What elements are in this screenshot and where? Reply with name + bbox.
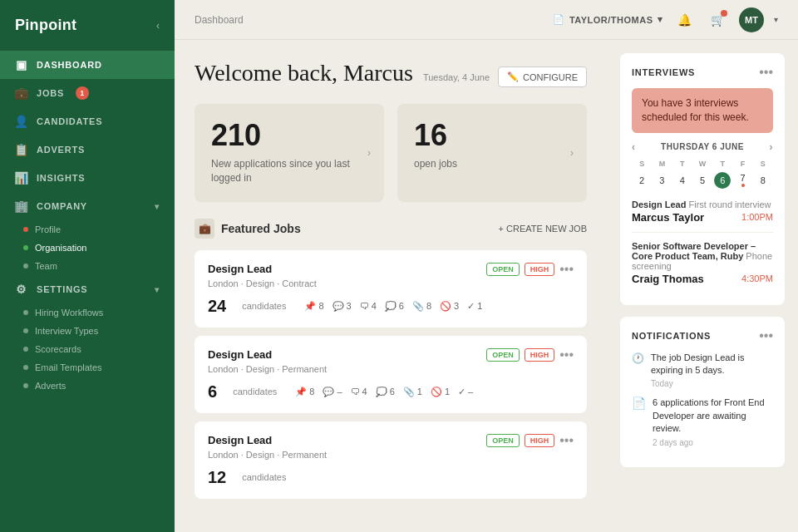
sidebar-settings-interview-types[interactable]: Interview Types xyxy=(0,322,175,340)
interviews-more-icon[interactable]: ••• xyxy=(759,65,773,80)
interview-item-1: Senior Software Developer – Core Product… xyxy=(632,241,773,293)
interview-type-0: First round interview xyxy=(688,200,771,209)
insights-nav-icon: 📊 xyxy=(15,171,28,185)
interviews-title: INTERVIEWS xyxy=(632,67,695,77)
interview-time-0: 1:00PM xyxy=(741,212,773,222)
cal-day[interactable]: 8 xyxy=(753,170,773,191)
notification-item-0: 🕐 The job Design Lead is expiring in 5 d… xyxy=(632,352,773,389)
job-card-1: Design Lead OPEN HIGH ••• London · Desig… xyxy=(195,336,587,413)
cart-button[interactable]: 🛒 xyxy=(706,8,729,32)
job-stat-1-5: 🚫 1 xyxy=(431,387,450,397)
sidebar-settings-email-templates[interactable]: Email Templates xyxy=(0,358,175,377)
interviews-header: INTERVIEWS ••• xyxy=(632,65,773,80)
stat-card-applications[interactable]: 210 New applications since you last logg… xyxy=(195,104,384,202)
notif-time-1: 2 days ago xyxy=(653,438,773,447)
create-job-label: + CREATE NEW JOB xyxy=(499,224,587,234)
cal-day-header: T xyxy=(672,158,692,170)
job-stat-value-4: 8 xyxy=(426,301,431,311)
org-label: TAYLOR/THOMAS xyxy=(569,15,653,25)
sidebar-sub-organisation[interactable]: Organisation xyxy=(0,239,175,257)
sidebar-settings-scorecards[interactable]: Scorecards xyxy=(0,340,175,358)
notif-text-0: The job Design Lead is expiring in 5 day… xyxy=(651,352,773,377)
cal-day-header: M xyxy=(652,158,672,170)
cal-day[interactable]: 5 xyxy=(692,170,712,191)
settings-collapse-icon: ▾ xyxy=(155,285,160,294)
notifications-more-icon[interactable]: ••• xyxy=(759,328,773,343)
job-stat-value-1: 3 xyxy=(347,301,352,311)
calendar-nav: ‹ THURSDAY 6 JUNE › xyxy=(632,141,773,153)
right-sidebar: INTERVIEWS ••• You have 3 interviews sch… xyxy=(607,40,798,532)
cal-event-dot xyxy=(741,184,745,187)
job-more-button-0[interactable]: ••• xyxy=(559,262,574,277)
job-stat-value-1: – xyxy=(337,387,342,397)
settings-sub-label: Email Templates xyxy=(35,362,102,372)
cal-day[interactable]: 4 xyxy=(672,170,692,191)
sidebar-collapse-icon[interactable]: ‹ xyxy=(156,20,160,32)
dashboard-nav-icon: ▣ xyxy=(15,58,28,71)
job-card-header-1: Design Lead OPEN HIGH ••• xyxy=(208,347,574,362)
sidebar-item-insights[interactable]: 📊 Insights xyxy=(0,164,175,192)
job-meta-0: London · Design · Contract xyxy=(208,278,574,288)
job-stat-icon-6: ✓ xyxy=(458,387,466,397)
sidebar-item-jobs[interactable]: 💼 Jobs 1 xyxy=(0,79,175,107)
sidebar-sub-profile[interactable]: Profile xyxy=(0,220,175,239)
create-new-job-button[interactable]: + CREATE NEW JOB xyxy=(499,224,587,234)
candidates-nav-icon: 👤 xyxy=(15,115,28,128)
job-stat-value-5: 1 xyxy=(445,387,450,397)
job-stat-1-2: 🗨 4 xyxy=(351,387,367,397)
sidebar-item-settings[interactable]: ⚙ SETTINGS ▾ xyxy=(0,275,175,303)
job-card-2: Design Lead OPEN HIGH ••• London · Desig… xyxy=(195,421,587,499)
cal-day-header: S xyxy=(632,158,652,170)
job-status-tag-0: OPEN xyxy=(486,263,520,276)
job-stat-0-1: 💬 3 xyxy=(332,301,352,312)
job-stat-value-0: 8 xyxy=(309,387,314,397)
job-stats-0: 📌 8 💬 3 🗨 4 💭 6 📎 8 🚫 3 ✓ 1 xyxy=(304,301,482,312)
avatar-chevron-icon[interactable]: ▾ xyxy=(774,15,778,24)
top-header: Dashboard 📄 TAYLOR/THOMAS ▾ 🔔 🛒 MT ▾ xyxy=(175,0,798,40)
settings-sub-label: Adverts xyxy=(35,381,66,391)
featured-jobs-header: 💼 Featured Jobs + CREATE NEW JOB xyxy=(195,219,587,239)
cal-next-icon[interactable]: › xyxy=(769,141,773,153)
org-chevron-icon: ▾ xyxy=(658,14,663,25)
sidebar-item-candidates[interactable]: 👤 Candidates xyxy=(0,107,175,135)
job-stat-icon-4: 📎 xyxy=(412,301,424,312)
interviews-banner: You have 3 interviews scheduled for this… xyxy=(632,88,773,133)
stats-row: 210 New applications since you last logg… xyxy=(195,104,587,202)
job-stat-1-6: ✓ – xyxy=(458,387,473,397)
stat-applications-number: 210 xyxy=(211,121,367,150)
job-candidates-row-1: 6 candidates 📌 8 💬 – 🗨 4 💭 6 📎 1 🚫 1 ✓ – xyxy=(208,382,574,401)
stat-jobs-label: open jobs xyxy=(414,157,570,171)
settings-dot-icon xyxy=(23,383,28,388)
sidebar-settings-adverts[interactable]: Adverts xyxy=(0,377,175,395)
interview-role-1: Senior Software Developer – Core Product… xyxy=(632,241,773,271)
avatar[interactable]: MT xyxy=(739,7,764,32)
cal-day[interactable]: 2 xyxy=(632,170,652,191)
job-more-button-1[interactable]: ••• xyxy=(559,347,574,362)
stat-card-jobs[interactable]: 16 open jobs › xyxy=(397,104,587,202)
job-stat-icon-2: 🗨 xyxy=(351,387,360,397)
notif-row-1: 📄 6 applications for Front End Developer… xyxy=(632,397,773,446)
settings-nav-icon: ⚙ xyxy=(15,283,28,296)
org-selector[interactable]: 📄 TAYLOR/THOMAS ▾ xyxy=(553,14,663,25)
job-stat-icon-0: 📌 xyxy=(304,301,316,312)
job-stat-value-5: 3 xyxy=(454,301,459,311)
sidebar-item-adverts[interactable]: 📋 Adverts xyxy=(0,135,175,164)
cal-day[interactable]: 6 xyxy=(712,170,732,191)
cal-day[interactable]: 3 xyxy=(652,170,672,191)
configure-button[interactable]: ✏️ CONFIGURE xyxy=(498,66,587,87)
sidebar-item-dashboard[interactable]: ▣ Dashboard xyxy=(0,51,175,79)
job-candidates-label-2: candidates xyxy=(242,472,286,482)
job-stat-value-3: 6 xyxy=(399,301,404,311)
job-candidates-count-1: 6 xyxy=(208,382,217,401)
job-stat-0-3: 💭 6 xyxy=(385,301,404,312)
sidebar-item-company[interactable]: 🏢 Company ▾ xyxy=(0,192,175,220)
notification-bell-button[interactable]: 🔔 xyxy=(672,8,696,32)
sidebar-sub-team[interactable]: Team xyxy=(0,257,175,275)
calendar-grid: SMTWTFS 2345678 xyxy=(632,158,773,191)
cal-day[interactable]: 7 xyxy=(732,170,752,191)
sidebar-settings-hiring-workflows[interactable]: Hiring Workflows xyxy=(0,303,175,322)
job-priority-tag-1: HIGH xyxy=(525,348,555,362)
job-stat-icon-2: 🗨 xyxy=(360,301,369,311)
cal-prev-icon[interactable]: ‹ xyxy=(632,141,636,153)
job-more-button-2[interactable]: ••• xyxy=(559,433,574,448)
